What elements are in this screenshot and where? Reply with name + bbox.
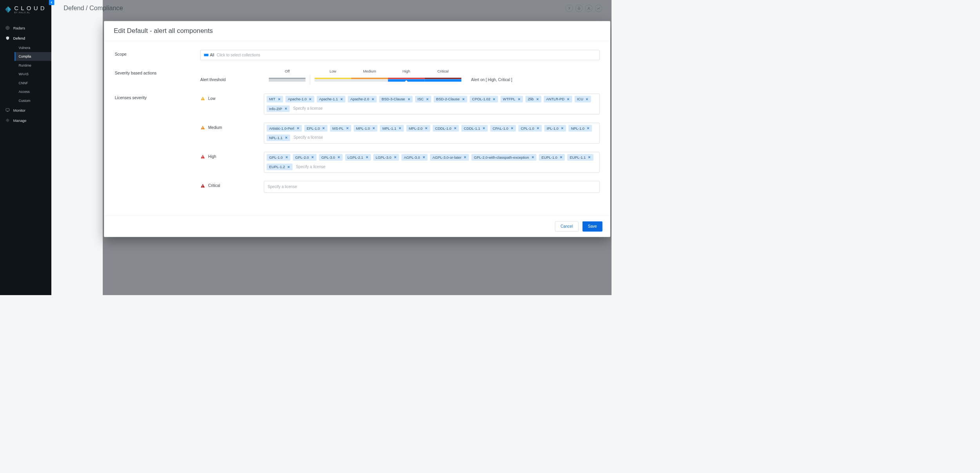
license-tag-label: IPL-1.0 <box>547 126 559 130</box>
license-tag-label: EPL-1.0 <box>307 126 320 130</box>
remove-tag-button[interactable]: ✕ <box>278 97 281 101</box>
svg-rect-11 <box>203 156 203 157</box>
threshold-segment-medium[interactable] <box>351 78 388 82</box>
subnav-item-waas[interactable]: WAAS <box>15 70 51 78</box>
subnav-item-runtime[interactable]: Runtime <box>15 61 51 69</box>
license-tag: Artistic-1.0-Perl✕ <box>267 125 302 132</box>
remove-tag-button[interactable]: ✕ <box>366 156 368 159</box>
license-tag: LGPL-2.1✕ <box>345 154 371 161</box>
remove-tag-button[interactable]: ✕ <box>536 97 539 101</box>
remove-tag-button[interactable]: ✕ <box>425 127 428 130</box>
nav-item-monitor[interactable]: Monitor <box>0 105 51 115</box>
license-tag-label: Apache-2.0 <box>350 97 369 101</box>
remove-tag-button[interactable]: ✕ <box>297 127 299 130</box>
alert-threshold-slider[interactable]: OffLowMediumHighCritical <box>269 69 461 85</box>
remove-tag-button[interactable]: ✕ <box>532 156 534 159</box>
remove-tag-button[interactable]: ✕ <box>586 97 588 101</box>
license-tag: EPL-1.0✕ <box>304 125 327 132</box>
remove-tag-button[interactable]: ✕ <box>408 97 410 101</box>
nav-item-defend[interactable]: Defend <box>0 33 51 43</box>
license-tag: Apache-1.0✕ <box>285 96 314 103</box>
threshold-segment-high[interactable] <box>388 78 425 82</box>
alert-threshold-description: Alert on [ High, Critical ] <box>471 72 512 82</box>
remove-tag-button[interactable]: ✕ <box>537 127 539 130</box>
license-input-high[interactable]: GPL-1.0✕GPL-2.0✕GPL-3.0✕LGPL-2.1✕LGPL-3.… <box>264 152 599 173</box>
remove-tag-button[interactable]: ✕ <box>511 127 514 130</box>
subnav-item-vulnera[interactable]: Vulnera <box>15 43 51 52</box>
license-tag-label: ANTLR-PD <box>546 97 564 101</box>
subnav-item-custom[interactable]: Custom <box>15 96 51 105</box>
remove-tag-button[interactable]: ✕ <box>426 97 429 101</box>
remove-tag-button[interactable]: ✕ <box>287 165 290 169</box>
licenses-severity-label: Licenses severity <box>115 94 200 100</box>
threshold-segment-low[interactable] <box>314 78 351 82</box>
remove-tag-button[interactable]: ✕ <box>462 97 465 101</box>
remove-tag-button[interactable]: ✕ <box>311 156 314 159</box>
license-tag-label: GPL-3.0 <box>321 155 335 159</box>
license-input-medium[interactable]: Artistic-1.0-Perl✕EPL-1.0✕MS-PL✕MPL-1.0✕… <box>264 123 599 143</box>
remove-tag-button[interactable]: ✕ <box>285 156 288 159</box>
remove-tag-button[interactable]: ✕ <box>560 156 563 159</box>
license-tag-label: Apache-1.0 <box>288 97 307 101</box>
license-tag-label: MPL-1.1 <box>382 126 396 130</box>
license-tag: CDDL-1.1✕ <box>461 125 488 132</box>
license-input-critical[interactable]: Specify a license <box>264 181 599 193</box>
remove-tag-button[interactable]: ✕ <box>587 127 590 130</box>
remove-tag-button[interactable]: ✕ <box>322 127 325 130</box>
severity-level-text: High <box>208 154 216 159</box>
remove-tag-button[interactable]: ✕ <box>493 97 495 101</box>
brand-title: CLOUD <box>14 5 47 11</box>
remove-tag-button[interactable]: ✕ <box>588 156 591 159</box>
threshold-pointer-icon <box>404 80 408 82</box>
license-tag: NPL-1.1✕ <box>267 134 290 141</box>
subnav-item-access[interactable]: Access <box>15 87 51 96</box>
remove-tag-button[interactable]: ✕ <box>483 127 485 130</box>
remove-tag-button[interactable]: ✕ <box>464 156 466 159</box>
svg-rect-3 <box>6 109 9 111</box>
subnav-item-cnnf[interactable]: CNNF <box>15 78 51 87</box>
license-tag-label: LGPL-3.0 <box>376 155 391 159</box>
remove-tag-button[interactable]: ✕ <box>423 156 425 159</box>
license-tag-label: CDDL-1.0 <box>435 126 452 130</box>
sidebar-collapse-button[interactable] <box>49 0 54 5</box>
remove-tag-button[interactable]: ✕ <box>340 97 343 101</box>
license-placeholder: Specify a license <box>292 105 323 112</box>
license-tag: MS-PL✕ <box>330 125 351 132</box>
license-tag: ANTLR-PD✕ <box>544 96 572 103</box>
remove-tag-button[interactable]: ✕ <box>561 127 564 130</box>
nav-item-radars[interactable]: Radars <box>0 23 51 33</box>
scope-swatch-icon <box>204 54 208 56</box>
license-tag: BSD-2-Clause✕ <box>434 96 467 103</box>
remove-tag-button[interactable]: ✕ <box>394 156 397 159</box>
license-input-low[interactable]: MIT✕Apache-1.0✕Apache-1.1✕Apache-2.0✕BSD… <box>264 94 599 114</box>
chevron-left-icon <box>51 1 53 4</box>
scope-input[interactable]: All Click to select collections <box>200 50 599 60</box>
shield-icon <box>5 36 10 40</box>
remove-tag-button[interactable]: ✕ <box>454 127 457 130</box>
remove-tag-button[interactable]: ✕ <box>309 97 312 101</box>
nav-item-label: Defend <box>13 36 25 40</box>
remove-tag-button[interactable]: ✕ <box>338 156 340 159</box>
license-tag-label: Artistic-1.0-Perl <box>269 126 294 130</box>
remove-tag-button[interactable]: ✕ <box>518 97 521 101</box>
nav-item-manage[interactable]: Manage <box>0 115 51 125</box>
cancel-button[interactable]: Cancel <box>555 221 579 232</box>
remove-tag-button[interactable]: ✕ <box>372 97 374 101</box>
threshold-segment-off[interactable] <box>269 78 306 82</box>
license-tag: EUPL-1.2✕ <box>267 163 292 170</box>
subnav-item-complia[interactable]: Complia <box>15 52 51 61</box>
save-button[interactable]: Save <box>582 221 602 232</box>
severity-level-text: Critical <box>208 184 220 188</box>
remove-tag-button[interactable]: ✕ <box>285 107 287 110</box>
svg-rect-12 <box>203 158 203 158</box>
threshold-segment-critical[interactable] <box>425 78 461 82</box>
remove-tag-button[interactable]: ✕ <box>399 127 401 130</box>
svg-rect-8 <box>203 100 203 100</box>
scope-chip-all[interactable]: All <box>204 53 214 57</box>
remove-tag-button[interactable]: ✕ <box>372 127 375 130</box>
remove-tag-button[interactable]: ✕ <box>567 97 570 101</box>
license-tag-label: CPOL-1.02 <box>472 97 490 101</box>
remove-tag-button[interactable]: ✕ <box>285 136 288 140</box>
license-tag-label: CPL-1.0 <box>521 126 534 130</box>
remove-tag-button[interactable]: ✕ <box>346 127 349 130</box>
